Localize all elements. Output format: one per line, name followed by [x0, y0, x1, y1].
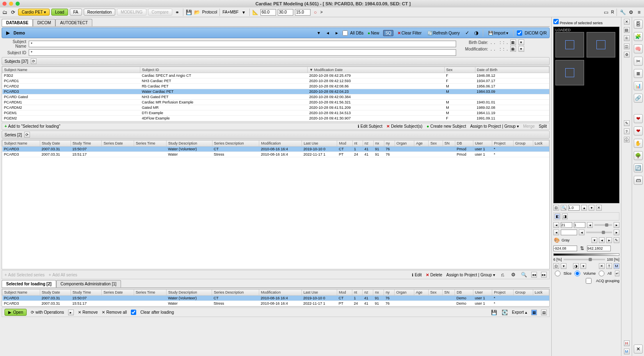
tab-components-admin[interactable]: Components Administration [1]: [56, 280, 121, 287]
folder-icon[interactable]: 📂: [194, 9, 201, 16]
assign-project-button[interactable]: Assign to Project | Group ▾: [470, 124, 519, 129]
col-subject-name[interactable]: Subject Name: [2, 67, 140, 73]
tool-x-icon[interactable]: ✕: [599, 263, 605, 269]
add-all-series-button[interactable]: +Add All series: [49, 273, 77, 277]
table-row[interactable]: PCARD1NH3 Cardiac PET2020-10-28 09:42:12…: [2, 78, 549, 84]
edit-subject-button[interactable]: ℹ Edit Subject: [358, 124, 382, 129]
clear-filter-button[interactable]: ✕Clear Filter: [396, 30, 423, 36]
t-fwd-icon[interactable]: ▸: [614, 230, 619, 235]
refresh-confirm-icon[interactable]: ✓: [464, 30, 470, 36]
mod-crop-icon[interactable]: ✂: [634, 57, 643, 66]
colormap-label[interactable]: Gray: [562, 238, 570, 242]
save-icon2[interactable]: 💾: [491, 309, 497, 316]
series-nav-next[interactable]: ▸▸: [541, 272, 547, 278]
refresh-icon[interactable]: ⟳: [10, 9, 16, 16]
delete-subject-button[interactable]: ✕Delete Subject(s): [386, 124, 422, 129]
mod-hand-icon[interactable]: ✋: [634, 139, 643, 148]
mod-tree-icon[interactable]: 🌳: [634, 151, 643, 160]
zoom-dn-icon[interactable]: ▾: [589, 205, 594, 211]
link-icon[interactable]: ⚭: [174, 9, 180, 16]
series-tool1-icon[interactable]: ⎌: [499, 271, 506, 278]
series-nav-prev[interactable]: ◂◂: [531, 272, 537, 278]
zoom-fit-icon[interactable]: 🔍: [561, 205, 566, 211]
zoom-out-icon[interactable]: ⊟: [553, 205, 559, 211]
side-pencil-icon[interactable]: ✎: [624, 120, 630, 126]
prev-icon[interactable]: ◂: [324, 30, 331, 36]
param1-input[interactable]: [260, 9, 276, 16]
slice-slider[interactable]: [594, 224, 612, 226]
mod-heart2-icon[interactable]: ❤: [634, 126, 643, 136]
reorientation-button[interactable]: Reorientation: [84, 9, 115, 16]
alldbs-check[interactable]: [343, 30, 348, 36]
axis-icon[interactable]: 📐: [252, 9, 259, 16]
cardio-pet-button[interactable]: Cardio PET ▾: [18, 9, 50, 16]
acq-check[interactable]: [583, 278, 594, 284]
mod-flow-icon[interactable]: 🧩: [634, 32, 643, 41]
t-slider[interactable]: [586, 232, 612, 233]
table-row[interactable]: PCARDM1Cardiac MR Perfusion Example2020-…: [2, 100, 549, 105]
tab-autodetect[interactable]: AUTODETECT: [55, 19, 92, 26]
subjects-refresh-icon[interactable]: ⟳: [31, 58, 37, 64]
preview-check[interactable]: [553, 19, 559, 24]
tool2-drop[interactable]: ▾: [580, 263, 586, 269]
table-row[interactable]: PCARDM2Gated MR2020-10-28 09:41:51.209M1…: [2, 105, 549, 110]
edit-series-button[interactable]: ℹ Edit: [412, 273, 422, 277]
tool1-icon[interactable]: ⊡: [553, 263, 559, 269]
tab-database[interactable]: DATABASE: [2, 19, 33, 26]
load-button[interactable]: Load: [51, 9, 68, 16]
cm-next-icon[interactable]: ▸: [606, 237, 612, 243]
tool1-drop[interactable]: ▾: [561, 263, 566, 269]
cm-drop-icon[interactable]: ▾: [591, 237, 597, 243]
slice-radio[interactable]: [553, 271, 562, 276]
clear-after-check[interactable]: [131, 310, 136, 315]
with-operations-button[interactable]: ⟳ with Operations: [31, 310, 64, 315]
next-icon[interactable]: ▸: [333, 30, 340, 36]
list-icon[interactable]: ▤: [541, 310, 547, 315]
side-m-icon[interactable]: M: [624, 349, 630, 354]
layout-a-icon[interactable]: ◧: [555, 214, 560, 219]
refresh-query-button[interactable]: 🔄 Refresh Query: [426, 30, 461, 36]
series-tool2-icon[interactable]: ⚙: [510, 271, 516, 278]
create-subject-button[interactable]: ●Create new Subject: [427, 124, 466, 129]
zoom-up-icon[interactable]: ▴: [581, 205, 587, 211]
preview-thumb-2[interactable]: [587, 32, 615, 57]
side-info-icon[interactable]: ⓘ: [624, 137, 630, 142]
tab-dicom[interactable]: DICOM: [33, 19, 55, 26]
tab-selected-loading[interactable]: Selected for loading [2]: [2, 280, 56, 287]
slice-prev-icon[interactable]: ◂: [553, 222, 559, 228]
remove-all-button[interactable]: ✕ Remove all: [102, 310, 127, 315]
tool-m-icon[interactable]: M: [614, 263, 619, 269]
table-row[interactable]: PGEM24DFlow Example2020-10-28 09:41:30.9…: [2, 116, 549, 121]
side-view-icon[interactable]: ◫: [624, 44, 630, 49]
drop-icon[interactable]: ▾: [315, 30, 322, 36]
series-tool3-icon[interactable]: 🔍: [521, 271, 527, 278]
side-layer-icon[interactable]: ▤: [624, 27, 630, 33]
table-row[interactable]: PCARD32007.03.3115:50:07Water (Volunteer…: [2, 147, 549, 152]
table-row[interactable]: PCARD32007.03.3115:51:17WaterStress2010-…: [2, 301, 549, 306]
preview-viewport[interactable]: LOADED: [553, 27, 619, 203]
t-input[interactable]: [561, 230, 577, 235]
step-fwd-icon[interactable]: ▸: [614, 222, 619, 228]
save-icon[interactable]: 💾: [186, 9, 192, 16]
win-max-input[interactable]: [587, 246, 611, 251]
export-button[interactable]: Export ▴: [512, 310, 527, 315]
mod-close-icon[interactable]: ✕: [634, 345, 643, 354]
param2-input[interactable]: [278, 9, 293, 16]
assign-series-button[interactable]: Assign to Project | Group ▾: [446, 273, 495, 277]
settings-icon[interactable]: ⚙: [628, 9, 634, 16]
param3-input[interactable]: [295, 9, 311, 16]
dicomqr-check[interactable]: [517, 30, 522, 36]
compare-button[interactable]: Compare: [148, 9, 172, 16]
apply-icon[interactable]: ↵: [615, 271, 619, 276]
t-back-icon[interactable]: ◂: [579, 230, 585, 235]
db-icon[interactable]: 🗂: [2, 9, 8, 16]
series-table[interactable]: Subject NameStudy DateStudy TimeSeries D…: [2, 140, 550, 269]
col-modification-date[interactable]: ▼ Modification Date: [308, 67, 444, 73]
tools-icon[interactable]: 🔧: [619, 9, 626, 16]
palette-icon[interactable]: 🎨: [553, 237, 560, 243]
mod-atlas-icon[interactable]: 🧠: [634, 44, 643, 53]
add-selected-series-button[interactable]: +Add Selected series: [5, 273, 45, 277]
mod-db-icon[interactable]: 🗄: [634, 20, 643, 29]
table-row[interactable]: PCARD2Rb Cardiac PET2020-10-28 09:42:08.…: [2, 84, 549, 89]
subject-id-input[interactable]: [29, 49, 456, 56]
